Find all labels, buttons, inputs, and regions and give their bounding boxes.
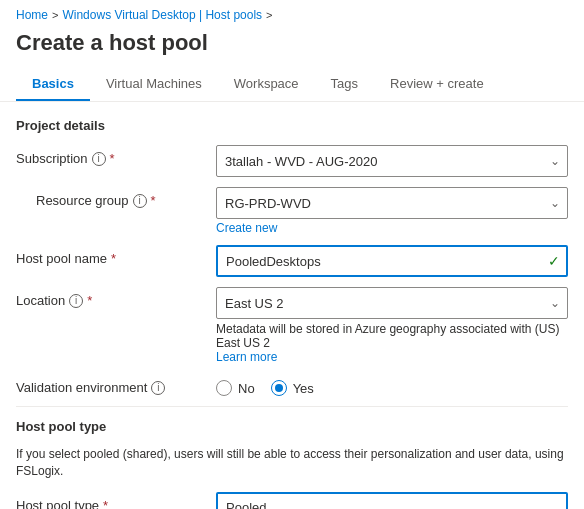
radio-no-option[interactable]: No	[216, 380, 255, 396]
location-dropdown-wrapper: East US 2 ⌄	[216, 287, 568, 319]
subscription-dropdown[interactable]: 3tallah - WVD - AUG-2020	[216, 145, 568, 177]
validation-env-info-icon[interactable]: i	[151, 381, 165, 395]
validation-env-control: No Yes	[216, 374, 568, 396]
section-divider	[16, 406, 568, 407]
validation-env-label: Validation environment i	[16, 374, 216, 395]
host-pool-name-check-icon: ✓	[548, 253, 560, 269]
tab-bar: Basics Virtual Machines Workspace Tags R…	[0, 68, 584, 102]
host-pool-name-row: Host pool name ✓	[16, 245, 568, 277]
resource-group-row: Resource group i RG-PRD-WVD ⌄ Create new	[16, 187, 568, 235]
tab-review-create[interactable]: Review + create	[374, 68, 500, 101]
radio-yes-label: Yes	[293, 381, 314, 396]
pool-type-dropdown[interactable]: Pooled	[216, 492, 568, 509]
breadcrumb-sep2: >	[266, 9, 272, 21]
subscription-row: Subscription i 3tallah - WVD - AUG-2020 …	[16, 145, 568, 177]
breadcrumb-home[interactable]: Home	[16, 8, 48, 22]
pool-type-row: Host pool type Pooled ⌄	[16, 492, 568, 509]
location-label: Location i	[16, 287, 216, 308]
radio-yes-option[interactable]: Yes	[271, 380, 314, 396]
project-details-title: Project details	[16, 118, 568, 133]
create-new-link[interactable]: Create new	[216, 221, 568, 235]
breadcrumb: Home > Windows Virtual Desktop | Host po…	[0, 0, 584, 26]
location-row: Location i East US 2 ⌄ Metadata will be …	[16, 287, 568, 364]
radio-no-label: No	[238, 381, 255, 396]
radio-yes-inner	[275, 384, 283, 392]
page-title: Create a host pool	[0, 26, 584, 68]
breadcrumb-sep1: >	[52, 9, 58, 21]
host-pool-type-description: If you select pooled (shared), users wil…	[16, 446, 568, 480]
content-area: Project details Subscription i 3tallah -…	[0, 102, 584, 509]
resource-group-dropdown[interactable]: RG-PRD-WVD	[216, 187, 568, 219]
location-helper-text: Metadata will be stored in Azure geograp…	[216, 322, 568, 364]
radio-no-outer	[216, 380, 232, 396]
subscription-control: 3tallah - WVD - AUG-2020 ⌄	[216, 145, 568, 177]
subscription-label: Subscription i	[16, 145, 216, 166]
radio-yes-outer	[271, 380, 287, 396]
resource-group-info-icon[interactable]: i	[133, 194, 147, 208]
tab-virtual-machines[interactable]: Virtual Machines	[90, 68, 218, 101]
resource-group-control: RG-PRD-WVD ⌄ Create new	[216, 187, 568, 235]
validation-env-row: Validation environment i No Yes	[16, 374, 568, 396]
host-pool-name-control: ✓	[216, 245, 568, 277]
tab-basics[interactable]: Basics	[16, 68, 90, 101]
location-info-icon[interactable]: i	[69, 294, 83, 308]
tab-tags[interactable]: Tags	[315, 68, 374, 101]
tab-workspace[interactable]: Workspace	[218, 68, 315, 101]
subscription-info-icon[interactable]: i	[92, 152, 106, 166]
host-pool-name-label: Host pool name	[16, 245, 216, 266]
location-dropdown[interactable]: East US 2	[216, 287, 568, 319]
resource-group-dropdown-wrapper: RG-PRD-WVD ⌄	[216, 187, 568, 219]
pool-type-control: Pooled ⌄	[216, 492, 568, 509]
location-control: East US 2 ⌄ Metadata will be stored in A…	[216, 287, 568, 364]
pool-type-label: Host pool type	[16, 492, 216, 509]
breadcrumb-wvd[interactable]: Windows Virtual Desktop | Host pools	[62, 8, 262, 22]
host-pool-type-title: Host pool type	[16, 419, 568, 434]
host-pool-name-input[interactable]	[216, 245, 568, 277]
learn-more-link[interactable]: Learn more	[216, 350, 277, 364]
resource-group-label: Resource group i	[16, 187, 216, 208]
